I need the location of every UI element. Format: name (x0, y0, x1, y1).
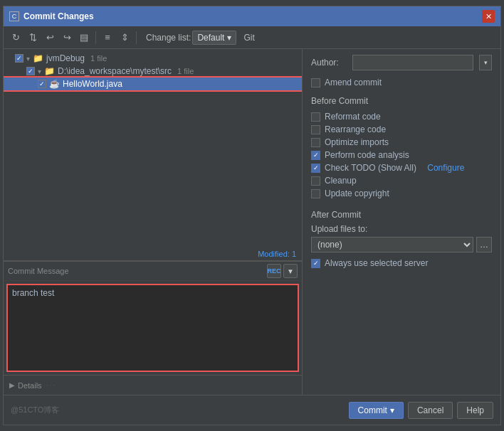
separator (95, 31, 96, 44)
changelist-arrow-icon: ▾ (227, 33, 231, 43)
changelist-value: Default (197, 33, 224, 43)
window-icon: C (9, 11, 19, 21)
perform-analysis-checkbox[interactable] (311, 151, 320, 160)
commit-button[interactable]: Commit ▾ (349, 402, 404, 419)
commit-label: Commit (358, 405, 387, 415)
always-use-server-label: Always use selected server (325, 258, 428, 268)
before-commit-section: Before Commit Reformat code Rearrange co… (311, 96, 492, 200)
check-todo-checkbox[interactable] (311, 164, 320, 173)
author-row: Author: ▾ (311, 55, 492, 70)
update-copyright-row[interactable]: Update copyright (311, 187, 492, 200)
checkbox-helloworld[interactable] (38, 80, 46, 88)
group-icon[interactable]: ≡ (100, 30, 115, 46)
git-label: Git (243, 33, 254, 43)
upload-more-button[interactable]: … (476, 237, 492, 252)
commit-message-tools: REC ▼ (267, 264, 298, 278)
cleanup-checkbox[interactable] (311, 176, 320, 186)
check-todo-label: Check TODO (Show All) (325, 163, 416, 173)
optimize-checkbox[interactable] (311, 138, 320, 147)
main-content: ▾ 📁 jvmDebug 1 file ▾ 📁 D:\idea_workspac… (4, 49, 500, 395)
details-label: Details (18, 381, 42, 390)
amend-commit-label: Amend commit (325, 78, 382, 87)
expand-icon-jvmdebug: ▾ (26, 55, 30, 63)
left-panel: ▾ 📁 jvmDebug 1 file ▾ 📁 D:\idea_workspac… (4, 49, 303, 395)
details-dots: ··· (45, 380, 58, 390)
commit-message-label: Commit Message (8, 267, 69, 275)
always-use-server-checkbox[interactable] (311, 259, 320, 268)
reformat-checkbox[interactable] (311, 112, 320, 122)
changelist-dropdown[interactable]: Default ▾ (192, 31, 236, 45)
commit-dropdown-icon: ▾ (390, 405, 394, 415)
close-button[interactable]: ✕ (482, 10, 495, 23)
sort-icon[interactable]: ⇕ (117, 30, 132, 46)
checkbox-src[interactable] (26, 67, 35, 75)
expand-icon-src: ▾ (38, 68, 41, 75)
amend-commit-checkbox[interactable] (311, 78, 320, 87)
cleanup-row[interactable]: Cleanup (311, 174, 492, 187)
redo-icon[interactable]: ↪ (59, 30, 75, 46)
folder-icon-src: 📁 (44, 66, 55, 76)
separator2 (136, 31, 137, 44)
commit-msg-dropdown-icon: ▼ (287, 267, 294, 275)
commit-message-input[interactable] (8, 285, 298, 371)
file-icon-helloworld: ☕ (49, 79, 60, 89)
tree-label-src: D:\idea_workspace\mytest\src (58, 66, 172, 76)
filter-icon[interactable]: ▤ (76, 30, 92, 46)
cleanup-label: Cleanup (325, 176, 357, 186)
optimize-row[interactable]: Optimize imports (311, 136, 492, 149)
tree-item-src[interactable]: ▾ 📁 D:\idea_workspace\mytest\src 1 file (4, 65, 302, 78)
tree-label-jvmdebug: jvmDebug (46, 53, 85, 63)
window-title: Commit Changes (23, 11, 94, 21)
author-dropdown-icon[interactable]: ▾ (479, 55, 492, 70)
refresh-icon[interactable]: ↻ (8, 30, 23, 46)
right-panel: Author: ▾ Amend commit Before Commit Ref… (303, 49, 500, 395)
perform-analysis-row[interactable]: Perform code analysis (311, 149, 492, 161)
commit-textarea-wrapper (6, 284, 299, 372)
commit-message-header: Commit Message REC ▼ (4, 262, 302, 281)
after-commit-section: After Commit Upload files to: (none) … A… (311, 210, 492, 270)
update-copyright-label: Update copyright (325, 188, 389, 198)
cancel-button[interactable]: Cancel (408, 402, 453, 419)
tree-item-jvmdebug[interactable]: ▾ 📁 jvmDebug 1 file (4, 52, 302, 65)
tree-item-helloworld[interactable]: ☕ HelloWorld.java (4, 78, 302, 90)
title-bar: C Commit Changes ✕ (4, 6, 500, 26)
commit-msg-dropdown-button[interactable]: ▼ (283, 264, 298, 278)
rec-button[interactable]: REC (267, 264, 281, 278)
file-tree: ▾ 📁 jvmDebug 1 file ▾ 📁 D:\idea_workspac… (4, 49, 302, 248)
expand-icon-details: ▶ (9, 381, 15, 389)
after-commit-title: After Commit (311, 210, 492, 220)
changelist-label: Change list: (146, 33, 191, 43)
details-section[interactable]: ▶ Details ··· (4, 375, 302, 395)
folder-icon-jvmdebug: 📁 (33, 53, 43, 63)
configure-link[interactable]: Configure (427, 163, 464, 173)
author-label: Author: (311, 58, 347, 68)
optimize-label: Optimize imports (325, 137, 389, 147)
checkbox-jvmdebug[interactable] (15, 54, 23, 63)
modified-label: Modified: (258, 250, 290, 258)
undo-icon[interactable]: ↩ (42, 30, 58, 46)
badge-jvmdebug: 1 file (90, 54, 107, 63)
upload-select[interactable]: (none) (311, 237, 473, 252)
always-use-server-row[interactable]: Always use selected server (311, 257, 492, 270)
upload-row: (none) … (311, 237, 492, 252)
reformat-label: Reformat code (325, 112, 381, 122)
reformat-row[interactable]: Reformat code (311, 110, 492, 123)
author-input[interactable] (352, 55, 473, 70)
toolbar: ↻ ⇅ ↩ ↪ ▤ ≡ ⇕ Change list: Default ▾ Git (4, 26, 500, 49)
credit-text: @51CTO博客 (11, 405, 59, 415)
before-commit-title: Before Commit (311, 96, 492, 106)
move-up-icon[interactable]: ⇅ (25, 30, 41, 46)
badge-src: 1 file (177, 67, 194, 75)
upload-label: Upload files to: (311, 224, 492, 234)
perform-analysis-label: Perform code analysis (325, 150, 409, 160)
rearrange-row[interactable]: Rearrange code (311, 123, 492, 136)
help-button[interactable]: Help (457, 402, 493, 419)
rearrange-label: Rearrange code (325, 124, 386, 134)
rearrange-checkbox[interactable] (311, 125, 320, 134)
modified-bar: Modified: 1 (4, 248, 302, 261)
commit-message-section: Commit Message REC ▼ (4, 261, 302, 375)
rec-label: REC (268, 267, 281, 275)
update-copyright-checkbox[interactable] (311, 189, 320, 198)
amend-commit-row[interactable]: Amend commit (311, 76, 492, 89)
check-todo-row[interactable]: Check TODO (Show All) Configure (311, 161, 492, 174)
